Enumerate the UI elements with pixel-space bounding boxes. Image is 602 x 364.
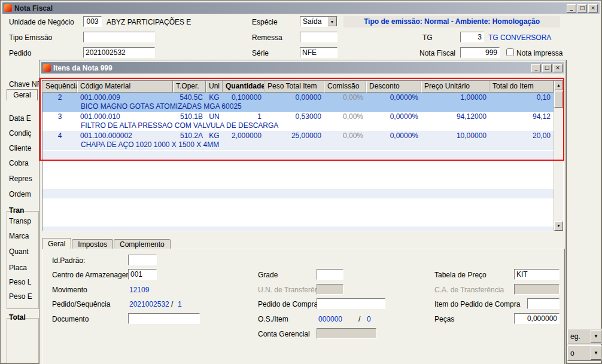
table-row[interactable]: 4 001.100.000002 510.2A KG 2,000000 25,0…: [42, 131, 554, 150]
item-detail-tabs: Geral Impostos Complemento: [42, 238, 171, 249]
app-icon: [43, 64, 51, 72]
restore-icon[interactable]: □: [577, 4, 587, 13]
main-window-title: Nota Fiscal: [14, 4, 53, 13]
cell-descricao: BICO MAGNO GOTAS ATOMIZADAS MGA 60025: [42, 102, 554, 112]
tab-impostos[interactable]: Impostos: [72, 239, 113, 249]
cell-peso: 0,53000: [264, 112, 324, 121]
cell-desconto: 0,0000%: [366, 93, 421, 102]
close-icon[interactable]: ×: [588, 4, 598, 13]
cell-desconto: 0,0000%: [366, 112, 421, 121]
col-header-toper[interactable]: T.Oper.: [173, 81, 206, 93]
cell-uni: KG: [206, 93, 223, 102]
grade-label: Grade: [258, 271, 278, 279]
nota-fiscal-input[interactable]: [460, 47, 500, 58]
cell-descricao: FILTRO DE ALTA PRESSAO COM VALVULA DE DE…: [42, 121, 554, 131]
serie-input[interactable]: [300, 47, 338, 58]
item-pedido-compra-input[interactable]: [527, 298, 560, 309]
movimento-value: 12109: [129, 286, 149, 294]
label-quantidade: Quant: [9, 247, 29, 256]
cell-sequencia: 2: [42, 93, 77, 102]
cell-sequencia: 3: [42, 112, 77, 121]
app-icon: [4, 4, 12, 12]
cell-comissao: 0,00%: [324, 131, 366, 140]
minimize-icon[interactable]: _: [531, 64, 541, 72]
dropdown-arrow-icon[interactable]: ▼: [591, 330, 601, 343]
tab-geral[interactable]: Geral: [42, 238, 71, 249]
cell-total: 94,12: [489, 112, 554, 121]
cell-comissao: 0,00%: [324, 93, 366, 102]
col-header-preco-unitario[interactable]: Preço Unitário: [421, 81, 489, 93]
col-header-comissao[interactable]: Comissão: [324, 81, 366, 93]
pedido-sequencia-separator: /: [171, 300, 173, 308]
pecas-input[interactable]: [514, 313, 560, 324]
col-header-peso-total[interactable]: Peso Total Item: [264, 81, 324, 93]
tab-geral-main[interactable]: Geral: [7, 89, 38, 100]
dropdown-arrow-icon[interactable]: ▼: [591, 347, 601, 360]
cell-preco: 1,00000: [421, 93, 489, 102]
label-transporte: Tran: [9, 206, 24, 215]
cell-quantidade: 0,100000: [223, 93, 264, 102]
items-window: Itens da Nota 999 _ □ × Sequência Código…: [39, 60, 567, 364]
nota-impressa-checkbox[interactable]: [506, 48, 514, 56]
table-row[interactable]: 3 001.000.010 510.1B UN 1 0,53000 0,00% …: [42, 112, 554, 131]
pedido-label: Pedido: [9, 49, 31, 57]
col-header-uni[interactable]: Uni: [206, 81, 223, 93]
tg-input[interactable]: [460, 32, 484, 42]
label-cliente: Cliente: [9, 144, 31, 152]
col-header-quantidade[interactable]: Quantidade: [223, 81, 264, 93]
cell-codigo: 001.000.009: [77, 93, 173, 102]
pedido-sequencia-value: 2021002532: [129, 300, 169, 308]
col-header-codigo-material[interactable]: Código Material: [77, 81, 173, 93]
col-header-total-item[interactable]: Total do Item: [489, 81, 554, 93]
tabela-preco-input[interactable]: [514, 269, 560, 280]
bottom-split-button-1[interactable]: eg. ▼: [567, 329, 602, 344]
unidade-negocio-input[interactable]: [83, 16, 102, 27]
pedido-input[interactable]: [83, 47, 155, 58]
items-titlebar[interactable]: Itens da Nota 999 _ □ ×: [41, 62, 564, 74]
pedido-compra-input[interactable]: [317, 298, 385, 309]
col-header-desconto[interactable]: Desconto: [366, 81, 421, 93]
remessa-input[interactable]: [300, 32, 338, 42]
minimize-icon[interactable]: _: [567, 4, 576, 13]
cell-toper: 510.1B: [173, 112, 206, 121]
id-padrao-input[interactable]: [128, 255, 157, 265]
scroll-down-icon[interactable]: ▼: [554, 221, 563, 231]
cell-comissao: 0,00%: [324, 112, 366, 121]
col-header-sequencia[interactable]: Sequência: [42, 81, 77, 93]
pecas-label: Peças: [434, 315, 454, 323]
cell-sequencia: 4: [42, 131, 77, 140]
label-total: Total: [9, 313, 26, 322]
items-grid: Sequência Código Material T.Oper. Uni Qu…: [42, 80, 564, 231]
restore-icon[interactable]: □: [542, 64, 552, 72]
table-row[interactable]: 2 001.000.009 540.5C KG 0,100000 0,00000…: [42, 93, 554, 112]
chevron-down-icon[interactable]: ▼: [327, 17, 337, 26]
pedido-sequencia-num: 1: [178, 300, 182, 308]
label-placa: Placa: [9, 264, 27, 272]
documento-input[interactable]: [128, 313, 200, 324]
scroll-up-icon[interactable]: ▲: [554, 81, 563, 90]
main-titlebar[interactable]: Nota Fiscal _ □ ×: [2, 2, 600, 14]
tipo-emissao-label: Tipo Emissão: [9, 33, 52, 42]
chave-nf-label: Chave NF: [9, 80, 41, 88]
empty-rows-stripes: [42, 151, 554, 231]
cell-desconto: 0,0000%: [366, 131, 421, 140]
close-icon[interactable]: ×: [553, 64, 563, 72]
centro-armazenagem-input[interactable]: [128, 269, 157, 280]
cell-total: 20,00: [489, 131, 554, 140]
tg-name: TG CONVERSORA: [488, 33, 551, 42]
conta-gerencial-input: [317, 328, 376, 339]
items-grid-header: Sequência Código Material T.Oper. Uni Qu…: [42, 81, 554, 93]
bottom-split-button-2[interactable]: o ▼: [567, 345, 602, 361]
pedido-compra-label: Pedido de Compra: [258, 300, 318, 308]
grade-input[interactable]: [317, 269, 343, 280]
vertical-scrollbar[interactable]: ▲ ▼: [554, 81, 563, 231]
totais-groupbox: [7, 318, 39, 363]
un-transferencia-input: [317, 284, 343, 295]
tipo-emissao-input[interactable]: [83, 32, 155, 42]
especie-select[interactable]: Saída ▼: [300, 16, 338, 27]
items-window-title: Itens da Nota 999: [53, 64, 113, 72]
scrollbar-thumb[interactable]: [554, 91, 563, 108]
nota-impressa-label: Nota impressa: [516, 49, 563, 57]
documento-label: Documento: [52, 315, 89, 323]
tab-complemento[interactable]: Complemento: [114, 239, 171, 249]
